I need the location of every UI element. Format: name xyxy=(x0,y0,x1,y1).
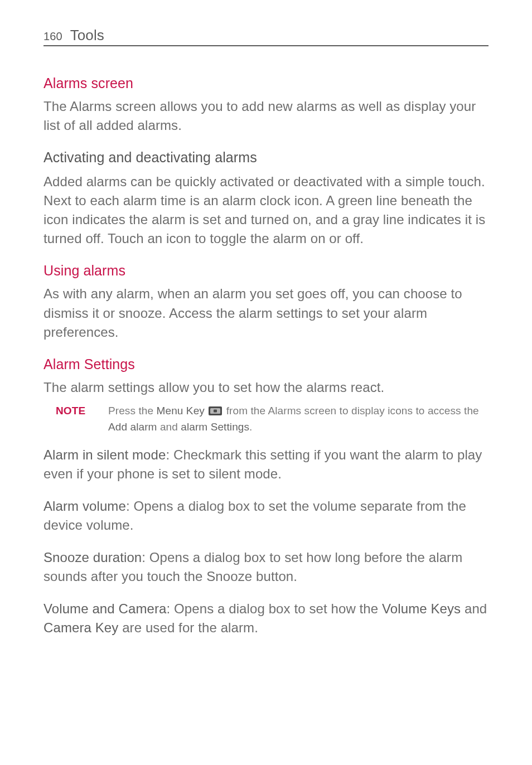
term-volume: Alarm volume xyxy=(43,498,126,514)
note-alarm-settings: alarm Settings xyxy=(181,421,249,433)
def-silent: Alarm in silent mode: Checkmark this set… xyxy=(43,446,489,483)
page-container: 160 Tools Alarms screen The Alarms scree… xyxy=(0,0,532,684)
note-label: NOTE xyxy=(43,403,108,419)
note-menu-key: Menu Key xyxy=(157,405,205,417)
chapter-title: Tools xyxy=(70,27,104,44)
term-volume-camera: Volume and Camera xyxy=(43,601,167,616)
heading-activating: Activating and deactivating alarms xyxy=(43,149,489,166)
body-alarms-screen: The Alarms screen allows you to add new … xyxy=(43,97,489,135)
body-alarm-settings: The alarm settings allow you to set how … xyxy=(43,378,489,397)
note-block: NOTE Press the Menu Key from the Alarms … xyxy=(43,403,489,435)
term-volume-keys: Volume Keys xyxy=(382,601,461,616)
def-volume-camera: Volume and Camera: Opens a dialog box to… xyxy=(43,599,489,637)
desc-vc-mid1: : Opens a dialog box to set how the xyxy=(167,601,383,616)
def-snooze: Snooze duration: Opens a dialog box to s… xyxy=(43,548,489,586)
def-volume: Alarm volume: Opens a dialog box to set … xyxy=(43,497,489,535)
page-header: 160 Tools xyxy=(43,27,489,46)
term-silent: Alarm in silent mode xyxy=(43,447,166,462)
note-text-mid2: and xyxy=(157,421,181,433)
term-snooze: Snooze duration xyxy=(43,550,142,565)
note-text-prefix: Press the xyxy=(108,405,157,417)
page-number: 160 xyxy=(43,30,62,43)
desc-vc-suffix: are used for the alarm. xyxy=(118,620,258,635)
term-camera-key: Camera Key xyxy=(43,620,118,635)
body-activating: Added alarms can be quickly activated or… xyxy=(43,172,489,248)
desc-vc-mid2: and xyxy=(461,601,487,616)
menu-key-icon xyxy=(209,406,222,415)
note-body: Press the Menu Key from the Alarms scree… xyxy=(108,403,489,435)
note-add-alarm: Add alarm xyxy=(108,421,157,433)
note-text-suffix: . xyxy=(249,421,252,433)
svg-rect-2 xyxy=(214,409,217,412)
note-text-mid1: from the Alarms screen to display icons … xyxy=(226,405,479,417)
heading-alarms-screen: Alarms screen xyxy=(43,75,489,91)
heading-alarm-settings: Alarm Settings xyxy=(43,356,489,372)
heading-using-alarms: Using alarms xyxy=(43,263,489,279)
body-using-alarms: As with any alarm, when an alarm you set… xyxy=(43,284,489,341)
